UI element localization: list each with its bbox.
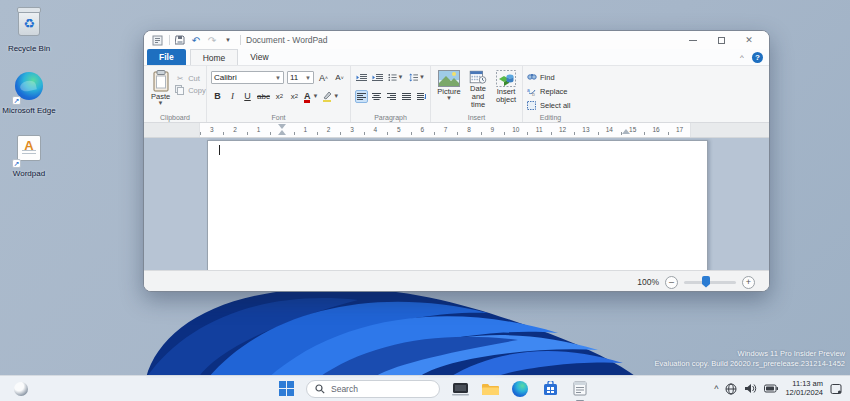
zoom-slider[interactable] (684, 281, 736, 284)
taskbar-app-edge[interactable] (510, 379, 530, 399)
title-bar: ↶ ↷ ▼ Document - WordPad ✕ (144, 31, 769, 49)
qat-customize-dropdown-icon[interactable]: ▼ (221, 34, 235, 46)
ruler-mark: 13 (574, 123, 597, 137)
align-center-button[interactable] (370, 90, 383, 103)
desktop: Windows 11 Pro Insider Preview Evaluatio… (0, 0, 850, 401)
align-right-button[interactable] (385, 90, 398, 103)
grow-font-button[interactable]: A˄ (317, 71, 330, 84)
insert-picture-button[interactable]: Picture ▼ (435, 69, 463, 110)
ribbon-group-insert: Picture ▼ Date and time (431, 66, 523, 122)
decrease-indent-button[interactable] (355, 71, 368, 84)
hanging-indent-marker[interactable] (278, 130, 286, 135)
insert-object-button[interactable]: Insert object (493, 69, 519, 110)
ruler-mark: 1 (294, 123, 317, 137)
separator (240, 35, 241, 45)
select-all-label: Select all (540, 101, 570, 110)
ribbon-spacer (578, 66, 769, 122)
bullets-button[interactable]: ▼ (387, 71, 405, 84)
increase-indent-button[interactable] (371, 71, 384, 84)
paste-button[interactable]: Paste ▼ (148, 69, 173, 107)
notification-center-icon[interactable] (830, 383, 842, 395)
save-icon[interactable] (173, 34, 187, 46)
italic-button[interactable]: I (226, 90, 239, 103)
network-icon[interactable] (725, 383, 737, 395)
minimize-button[interactable] (679, 31, 707, 49)
taskbar-app-task-view[interactable] (450, 379, 470, 399)
cut-label: Cut (188, 74, 200, 83)
subscript-button[interactable]: x2 (273, 90, 286, 103)
collapse-ribbon-icon[interactable]: ^ (737, 53, 747, 63)
wallpaper-bloom (118, 278, 680, 378)
group-label-font: Font (207, 114, 350, 121)
tab-file[interactable]: File (147, 49, 186, 65)
datetime-label: Date and time (468, 85, 488, 109)
ruler-mark: 2 (223, 123, 246, 137)
align-left-button[interactable] (355, 90, 368, 103)
taskbar: Search (0, 375, 850, 401)
paste-icon (152, 70, 170, 92)
font-size-value: 11 (290, 73, 302, 82)
watermark-line1: Windows 11 Pro Insider Preview (655, 349, 845, 359)
right-indent-marker[interactable] (622, 129, 630, 134)
zoom-slider-thumb[interactable] (702, 276, 710, 288)
font-size-combo[interactable]: 11 ▼ (287, 71, 314, 84)
search-input[interactable]: Search (306, 380, 440, 398)
wordpad-app-icon[interactable] (150, 34, 164, 46)
date-time-icon (468, 70, 488, 84)
insert-object-icon (496, 70, 516, 87)
taskbar-app-file-explorer[interactable] (480, 379, 500, 399)
bold-button[interactable]: B (211, 90, 224, 103)
ruler-mark: 2 (317, 123, 340, 137)
strikethrough-button[interactable]: abc (256, 90, 271, 103)
highlight-color-button[interactable]: ▼ (321, 90, 340, 103)
undo-icon[interactable]: ↶ (189, 34, 203, 46)
ruler-mark: 17 (668, 123, 691, 137)
paragraph-dialog-button[interactable] (415, 90, 428, 103)
desktop-icon-recycle-bin[interactable]: ♻ Recycle Bin (0, 7, 58, 53)
document-page[interactable] (207, 140, 708, 270)
desktop-icon-microsoft-edge[interactable]: ↗ Microsoft Edge (0, 70, 58, 115)
font-family-combo[interactable]: Calibri ▼ (211, 71, 284, 84)
tray-clock[interactable]: 11:13 am 12/01/2024 (785, 380, 823, 397)
taskbar-app-store[interactable] (540, 379, 560, 399)
underline-button[interactable]: U (241, 90, 254, 103)
replace-button[interactable]: ab Replace (527, 85, 574, 97)
help-icon[interactable]: ? (752, 52, 763, 63)
copy-button[interactable]: Copy (175, 84, 206, 96)
desktop-icon-wordpad[interactable]: A ↗ Wordpad (0, 133, 58, 178)
ruler-mark: 12 (551, 123, 574, 137)
font-color-button[interactable]: A▼ (303, 90, 319, 103)
find-button[interactable]: Find (527, 71, 574, 83)
zoom-in-button[interactable]: + (742, 276, 755, 289)
watermark-line2: Evaluation copy. Build 26020.rs_prerelea… (655, 359, 845, 369)
insert-datetime-button[interactable]: Date and time (465, 69, 491, 110)
superscript-button[interactable]: x2 (288, 90, 301, 103)
justify-button[interactable] (400, 90, 413, 103)
tab-home[interactable]: Home (190, 49, 239, 65)
ruler-mark: 1 (247, 123, 270, 137)
battery-icon[interactable] (764, 384, 778, 393)
start-button[interactable] (276, 379, 296, 399)
ribbon-group-font: Calibri ▼ 11 ▼ A˄ A˅ B I U abc x2 (207, 66, 351, 122)
maximize-button[interactable] (707, 31, 735, 49)
redo-icon[interactable]: ↷ (205, 34, 219, 46)
highlighter-icon (322, 91, 332, 102)
select-all-button[interactable]: Select all (527, 99, 574, 111)
taskbar-app-wordpad[interactable] (570, 379, 590, 399)
ruler-mark: 4 (364, 123, 387, 137)
cut-icon: ✂ (175, 74, 185, 83)
shrink-font-button[interactable]: A˅ (333, 71, 346, 84)
tray-chevron-up-icon[interactable]: ^ (714, 384, 718, 394)
cut-button[interactable]: ✂ Cut (175, 72, 206, 84)
tab-view[interactable]: View (238, 49, 280, 65)
close-button[interactable]: ✕ (735, 31, 763, 49)
shortcut-arrow-icon: ↗ (12, 96, 21, 105)
first-line-indent-marker[interactable] (278, 124, 286, 129)
line-spacing-button[interactable]: ▼ (408, 71, 426, 84)
picture-icon (438, 70, 460, 87)
volume-icon[interactable] (744, 383, 757, 394)
ribbon-group-paragraph: ▼ ▼ (351, 66, 431, 122)
ruler-mark: 7 (434, 123, 457, 137)
zoom-out-button[interactable]: – (665, 276, 678, 289)
widgets-icon[interactable] (14, 382, 28, 396)
